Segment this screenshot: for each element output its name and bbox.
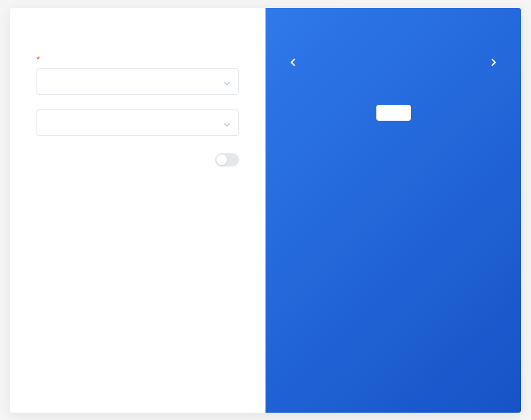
calendar-header	[285, 54, 501, 70]
bringing-anyone-toggle[interactable]	[215, 153, 239, 167]
service-field: *	[37, 54, 239, 95]
service-select[interactable]	[37, 68, 239, 95]
booking-card: *	[10, 8, 521, 413]
continue-button[interactable]	[376, 105, 411, 121]
right-panel	[266, 8, 521, 413]
left-panel: *	[10, 8, 266, 413]
next-month-button[interactable]	[485, 54, 501, 70]
prev-month-button[interactable]	[285, 54, 301, 70]
required-mark: *	[37, 54, 40, 64]
bringing-anyone-row	[37, 153, 239, 167]
chevron-down-icon	[224, 119, 230, 126]
employee-field	[37, 109, 239, 136]
employee-select[interactable]	[37, 109, 239, 136]
service-label: *	[37, 54, 239, 64]
chevron-down-icon	[224, 78, 230, 85]
toggle-knob	[216, 155, 227, 165]
